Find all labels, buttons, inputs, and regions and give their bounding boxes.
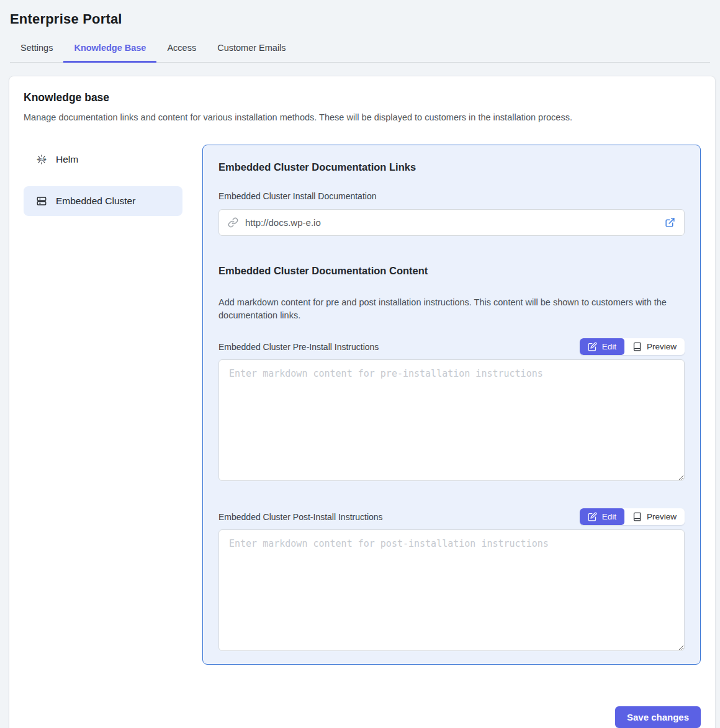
post-install-textarea[interactable]: [218, 529, 685, 651]
tab-settings[interactable]: Settings: [10, 36, 63, 63]
pre-install-textarea[interactable]: [218, 359, 685, 481]
nav-item-label: Helm: [56, 154, 78, 165]
pre-install-preview-button[interactable]: Preview: [624, 338, 685, 355]
nav-item-embedded-cluster[interactable]: Embedded Cluster: [24, 186, 182, 216]
post-install-edit-preview-toggle: Edit Preview: [580, 508, 685, 525]
page-title: Enterprise Portal: [10, 11, 710, 27]
nav-item-label: Embedded Cluster: [56, 195, 135, 207]
pre-install-label: Embedded Cluster Pre-Install Instruction…: [218, 342, 379, 352]
tab-access[interactable]: Access: [156, 36, 207, 63]
post-install-label: Embedded Cluster Post-Install Instructio…: [218, 512, 383, 522]
external-link-icon[interactable]: [665, 217, 675, 228]
tab-bar: Settings Knowledge Base Access Customer …: [10, 36, 710, 63]
edit-pen-icon: [588, 512, 597, 521]
install-method-nav: HELM Helm Embedded Cluster: [24, 145, 182, 665]
install-doc-input-wrap: [218, 209, 685, 236]
links-section-title: Embedded Cluster Documentation Links: [218, 161, 685, 173]
edit-button-label: Edit: [602, 342, 616, 351]
install-doc-label: Embedded Cluster Install Documentation: [218, 191, 685, 201]
book-icon: [632, 512, 642, 521]
post-install-preview-button[interactable]: Preview: [624, 508, 685, 525]
card-description: Manage documentation links and content f…: [24, 112, 701, 122]
install-doc-url-input[interactable]: [245, 217, 658, 228]
app-header: Enterprise Portal: [0, 0, 720, 27]
link-icon: [228, 217, 238, 228]
pre-install-edit-button[interactable]: Edit: [580, 338, 624, 355]
save-changes-button[interactable]: Save changes: [615, 706, 701, 728]
tab-customer-emails[interactable]: Customer Emails: [207, 36, 296, 63]
tab-knowledge-base[interactable]: Knowledge Base: [63, 36, 156, 63]
edit-pen-icon: [588, 342, 597, 351]
edit-button-label: Edit: [602, 512, 616, 521]
post-install-edit-button[interactable]: Edit: [580, 508, 624, 525]
content-section-title: Embedded Cluster Documentation Content: [218, 265, 685, 277]
knowledge-base-card: Knowledge base Manage documentation link…: [9, 76, 716, 728]
svg-text:HELM: HELM: [38, 158, 46, 161]
embedded-cluster-panel: Embedded Cluster Documentation Links Emb…: [202, 145, 701, 665]
helm-icon: HELM: [36, 154, 47, 165]
pre-install-edit-preview-toggle: Edit Preview: [580, 338, 685, 355]
preview-button-label: Preview: [647, 342, 677, 351]
content-section-description: Add markdown content for pre and post in…: [218, 296, 685, 321]
card-title: Knowledge base: [24, 91, 701, 104]
nav-item-helm[interactable]: HELM Helm: [24, 145, 182, 174]
book-icon: [632, 342, 642, 351]
server-stack-icon: [36, 195, 47, 207]
preview-button-label: Preview: [647, 512, 677, 521]
